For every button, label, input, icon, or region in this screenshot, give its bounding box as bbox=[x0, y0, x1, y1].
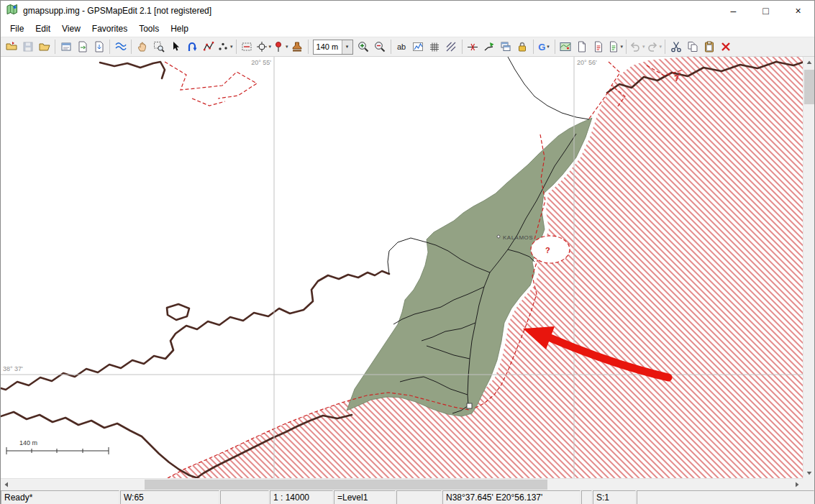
status-empty-3 bbox=[581, 490, 592, 504]
menu-file[interactable]: File bbox=[4, 22, 29, 35]
zoom-out-button[interactable] bbox=[372, 38, 388, 55]
dropdown-arrow-icon: ▾ bbox=[230, 44, 233, 50]
windows-button[interactable] bbox=[498, 38, 514, 55]
stamp-tool-button[interactable] bbox=[289, 38, 306, 55]
toolbar-separator bbox=[236, 40, 237, 54]
status-state: Ready* bbox=[1, 490, 119, 504]
scale-combo[interactable]: 140 m▾ bbox=[313, 40, 353, 55]
scroll-right-button[interactable] bbox=[791, 479, 803, 490]
toolbar-separator bbox=[462, 40, 463, 54]
document-red-button[interactable] bbox=[591, 38, 607, 55]
dropdown-arrow-icon: ▾ bbox=[660, 44, 663, 50]
scroll-down-button[interactable] bbox=[803, 467, 815, 478]
status-scale: 1 : 14000 bbox=[270, 490, 333, 504]
toolbar-separator bbox=[533, 40, 534, 54]
map-canvas[interactable]: 20° 55' 20° 56' 38° 37' ? ? KALAMOS 140 … bbox=[1, 57, 803, 478]
import-button[interactable] bbox=[91, 38, 107, 55]
cut-button[interactable] bbox=[668, 38, 684, 55]
status-empty-1 bbox=[220, 490, 269, 504]
split-tool-button[interactable] bbox=[465, 38, 481, 55]
menu-edit[interactable]: Edit bbox=[29, 22, 56, 35]
dropdown-arrow-icon: ▾ bbox=[269, 44, 272, 50]
horizontal-scroll-thumb[interactable] bbox=[145, 480, 547, 490]
dropdown-arrow-icon: ▾ bbox=[642, 44, 645, 50]
dropdown-arrow-icon[interactable]: ▾ bbox=[342, 40, 352, 54]
toolbar-separator bbox=[391, 40, 391, 54]
toolbar: ▾ ▾ ▾ 140 m▾ ab G▾ ▾ ▾ ▾ bbox=[1, 37, 814, 57]
status-width: W:65 bbox=[120, 490, 219, 504]
hatch-toggle-button[interactable] bbox=[443, 38, 460, 55]
crop-tool-button[interactable] bbox=[239, 38, 255, 55]
snap-tool-button[interactable]: ▾ bbox=[255, 38, 273, 55]
scrollbar-corner bbox=[803, 478, 814, 490]
select-tool-button[interactable] bbox=[167, 38, 183, 55]
google-button[interactable]: G▾ bbox=[536, 38, 552, 55]
toolbar-separator bbox=[308, 40, 309, 54]
horizontal-scrollbar[interactable] bbox=[1, 478, 803, 490]
gps-tracks-button[interactable] bbox=[112, 38, 129, 55]
map-viewport[interactable]: 20° 55' 20° 56' 38° 37' ? ? KALAMOS 140 … bbox=[1, 57, 803, 478]
dropdown-arrow-icon: ▾ bbox=[286, 44, 288, 50]
status-bar: Ready* W:65 1 : 14000 =Level1 N38°37.645… bbox=[1, 490, 814, 504]
zoom-in-button[interactable] bbox=[355, 38, 372, 55]
copy-button[interactable] bbox=[684, 38, 701, 55]
latitude-label: 38° 37' bbox=[3, 365, 23, 372]
document-green-button[interactable]: ▾ bbox=[607, 38, 624, 55]
menu-favorites[interactable]: Favorites bbox=[86, 22, 133, 35]
raster-map-button[interactable] bbox=[557, 38, 574, 55]
question-mark-label: ? bbox=[674, 73, 679, 82]
toolbar-separator bbox=[55, 40, 55, 54]
document-button[interactable] bbox=[574, 38, 591, 55]
status-empty-4 bbox=[637, 490, 814, 504]
dropdown-arrow-icon: ▾ bbox=[547, 44, 550, 50]
points-tool-button[interactable]: ▾ bbox=[217, 38, 234, 55]
minimize-button[interactable]: – bbox=[717, 1, 750, 21]
scale-bar-label: 140 m bbox=[19, 439, 37, 446]
toolbar-separator bbox=[555, 40, 555, 54]
toolbar-separator bbox=[665, 40, 665, 54]
menu-view[interactable]: View bbox=[56, 22, 86, 35]
dropdown-arrow-icon: ▾ bbox=[621, 44, 624, 50]
menu-help[interactable]: Help bbox=[165, 22, 194, 35]
menu-bar: File Edit View Favorites Tools Help bbox=[1, 21, 814, 37]
toolbar-separator bbox=[109, 40, 110, 54]
open-file-button[interactable] bbox=[3, 38, 19, 55]
application-window: gmapsupp.img - GPSMapEdit 2.1 [not regis… bbox=[0, 0, 815, 504]
status-level: =Level1 bbox=[334, 490, 396, 504]
join-tool-button[interactable] bbox=[481, 38, 498, 55]
redo-button[interactable]: ▾ bbox=[646, 38, 663, 55]
scroll-left-button[interactable] bbox=[1, 479, 12, 490]
maximize-button[interactable]: □ bbox=[750, 1, 782, 21]
pan-tool-button[interactable] bbox=[134, 38, 150, 55]
status-selection: S:1 bbox=[593, 490, 636, 504]
longitude-label-left: 20° 55' bbox=[251, 59, 271, 66]
close-button[interactable]: × bbox=[782, 1, 814, 21]
question-mark-label: ? bbox=[545, 246, 550, 255]
vertical-scrollbar[interactable] bbox=[803, 57, 814, 478]
profile-button[interactable] bbox=[410, 38, 427, 55]
app-icon bbox=[6, 4, 18, 18]
u-turn-tool-button[interactable] bbox=[183, 38, 200, 55]
place-marker: KALAMOS bbox=[497, 234, 533, 241]
scroll-up-button[interactable] bbox=[803, 57, 815, 68]
zoom-box-button[interactable] bbox=[150, 38, 167, 55]
map-properties-button[interactable] bbox=[58, 38, 74, 55]
vertical-scroll-thumb[interactable] bbox=[804, 70, 814, 104]
toolbar-separator bbox=[626, 40, 627, 54]
paste-button[interactable] bbox=[701, 38, 717, 55]
menu-tools[interactable]: Tools bbox=[133, 22, 165, 35]
delete-button[interactable] bbox=[717, 38, 734, 55]
save-button[interactable] bbox=[19, 38, 36, 55]
polyline-tool-button[interactable] bbox=[200, 38, 217, 55]
labels-toggle-button[interactable]: ab bbox=[393, 38, 410, 55]
export-button[interactable] bbox=[74, 38, 91, 55]
status-coordinates: N38°37.645' E20°56.137' bbox=[442, 490, 580, 504]
place-label: KALAMOS bbox=[503, 234, 533, 241]
lock-button[interactable] bbox=[514, 38, 531, 55]
undo-button[interactable]: ▾ bbox=[629, 38, 646, 55]
pin-tool-button[interactable]: ▾ bbox=[272, 38, 289, 55]
grid-toggle-button[interactable] bbox=[427, 38, 443, 55]
open-folder-button[interactable] bbox=[36, 38, 53, 55]
toolbar-separator bbox=[131, 40, 132, 54]
node-marker[interactable] bbox=[467, 403, 472, 408]
